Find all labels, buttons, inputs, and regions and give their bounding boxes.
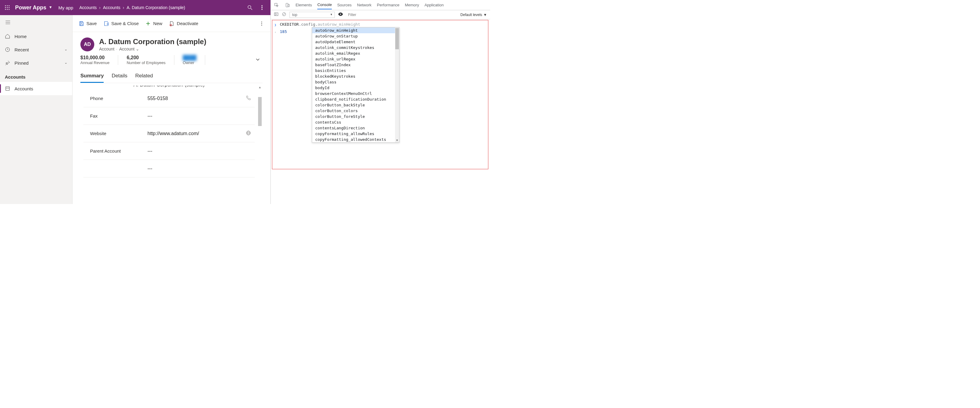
tab-summary[interactable]: Summary	[80, 71, 103, 83]
devtools-tab-sources[interactable]: Sources	[337, 1, 352, 9]
form-selector[interactable]: Account ⌄	[119, 46, 139, 51]
deactivate-button[interactable]: Deactivate	[169, 21, 198, 26]
autocomplete-option[interactable]: bodyClass	[312, 79, 399, 85]
autocomplete-option[interactable]: clipboard_notificationDuration	[312, 96, 399, 102]
svg-point-27	[261, 23, 262, 24]
svg-point-39	[340, 14, 342, 15]
autocomplete-option[interactable]: bodyId	[312, 85, 399, 91]
devtools-tab-memory[interactable]: Memory	[405, 1, 419, 9]
autocomplete-option[interactable]: autoGrow_onStartup	[312, 33, 399, 39]
tab-details[interactable]: Details	[111, 71, 127, 83]
autocomplete-option[interactable]: autoUpdateElement	[312, 39, 399, 45]
scroll-down-icon[interactable]: ▼	[395, 138, 399, 142]
console-filter-input[interactable]	[346, 12, 389, 18]
sidebar-item-recent[interactable]: Recent ⌄	[0, 43, 72, 56]
chevron-right-icon: ›	[123, 5, 124, 10]
svg-rect-18	[6, 87, 10, 90]
save-button[interactable]: Save	[79, 21, 97, 26]
scroll-up-icon[interactable]: ▲	[258, 85, 262, 89]
autocomplete-option[interactable]: baseFloatZIndex	[312, 62, 399, 68]
autocomplete-option[interactable]: browserContextMenuOnCtrl	[312, 91, 399, 96]
autocomplete-option[interactable]: autolink_emailRegex	[312, 51, 399, 56]
toggle-sidebar-icon[interactable]	[274, 12, 278, 18]
stat-employees[interactable]: 6,200 Number of Employees	[127, 55, 174, 65]
phone-icon[interactable]	[246, 95, 252, 102]
search-icon[interactable]	[244, 2, 256, 14]
svg-point-3	[5, 7, 6, 8]
cmd-label: Save	[86, 21, 97, 26]
autocomplete-option[interactable]: contentsCss	[312, 120, 399, 125]
breadcrumb-item[interactable]: Accounts	[103, 5, 121, 10]
field-label: Website	[90, 131, 148, 136]
autocomplete-scrollbar[interactable]: ▼	[395, 27, 399, 142]
autocomplete-option[interactable]: colorButton_backStyle	[312, 102, 399, 108]
globe-icon[interactable]	[246, 130, 252, 137]
console-output[interactable]: ❯ CKEDITOR.config.autoGrow_minHeight ‹ 1…	[271, 19, 490, 204]
breadcrumb-item[interactable]: Accounts	[79, 5, 97, 10]
product-brand[interactable]: Power Apps ▼	[15, 5, 52, 11]
field-fax[interactable]: Fax ---	[83, 107, 255, 125]
devtools-tab-performance[interactable]: Performance	[377, 1, 399, 9]
live-expression-icon[interactable]	[338, 11, 343, 18]
devtools-tab-network[interactable]: Network	[357, 1, 372, 9]
field-website[interactable]: Website http://www.adatum.com/	[83, 125, 255, 142]
save-and-close-button[interactable]: Save & Close	[103, 21, 139, 26]
sidebar-item-home[interactable]: Home	[0, 30, 72, 43]
chevron-down-icon: ⌄	[64, 61, 67, 65]
autocomplete-option[interactable]: autoGrow_minHeight	[312, 27, 399, 33]
stat-owner[interactable]: ████ Owner	[183, 55, 205, 65]
sidebar-item-accounts[interactable]: Accounts	[0, 82, 72, 95]
inspect-element-icon[interactable]	[274, 2, 279, 8]
sidebar: Home Recent ⌄ Pinned ⌄ Accounts Accounts	[0, 15, 73, 204]
sidebar-item-pinned[interactable]: Pinned ⌄	[0, 56, 72, 70]
code-token-ghost: autoGrow_minHeight	[318, 22, 360, 27]
autocomplete-option[interactable]: autolink_urlRegex	[312, 56, 399, 62]
clear-console-icon[interactable]	[282, 12, 286, 18]
autocomplete-option[interactable]: autolink_commitKeystrokes	[312, 45, 399, 51]
console-toolbar: top Default levels ▼	[271, 10, 490, 19]
return-value: 185	[280, 29, 287, 35]
expand-header-button[interactable]	[255, 56, 261, 64]
devtools-tab-application[interactable]: Application	[425, 1, 444, 9]
field-parent-account[interactable]: Parent Account ---	[83, 142, 255, 160]
sidebar-toggle[interactable]	[0, 15, 72, 30]
scroll-thumb[interactable]	[395, 28, 399, 49]
svg-point-11	[262, 5, 262, 6]
field-label: Phone	[90, 96, 148, 101]
autocomplete-option[interactable]: colorButton_foreStyle	[312, 114, 399, 120]
stat-annual-revenue[interactable]: $10,000.00 Annual Revenue	[80, 55, 118, 65]
more-commands-button[interactable]	[259, 21, 264, 26]
record-header: AD A. Datum Corporation (sample) Account…	[73, 32, 270, 183]
field-value: ---	[148, 148, 246, 154]
app-launcher-icon[interactable]	[2, 3, 12, 13]
context-selector[interactable]: top	[290, 12, 335, 18]
svg-point-0	[5, 5, 6, 6]
device-toggle-icon[interactable]	[285, 2, 290, 8]
breadcrumb-item[interactable]: A. Datum Corporation (sample)	[127, 5, 185, 10]
devtools-tab-elements[interactable]: Elements	[296, 1, 312, 9]
devtools-tab-console[interactable]: Console	[317, 1, 332, 10]
autocomplete-option[interactable]: copyFormatting_allowRules	[312, 131, 399, 137]
new-button[interactable]: New	[145, 21, 162, 26]
form-scrollbar[interactable]: ▲	[258, 85, 262, 181]
autocomplete-option[interactable]: contentsLangDirection	[312, 125, 399, 131]
app-name[interactable]: My app	[58, 5, 73, 10]
scroll-thumb[interactable]	[258, 97, 262, 126]
autocomplete-option[interactable]: basicEntities	[312, 68, 399, 73]
svg-point-12	[262, 7, 262, 8]
code-token-object: CKEDITOR	[280, 22, 299, 27]
field-label: Parent Account	[90, 148, 148, 153]
log-levels-selector[interactable]: Default levels ▼	[461, 13, 487, 17]
stat-value: ████	[183, 55, 196, 61]
svg-rect-35	[274, 13, 278, 15]
tab-related[interactable]: Related	[135, 71, 153, 83]
field-phone[interactable]: Phone 555-0158	[83, 90, 255, 107]
more-vertical-icon[interactable]	[256, 2, 268, 14]
avatar: AD	[80, 37, 94, 51]
autocomplete-option[interactable]: copyFormatting_allowedContexts	[312, 137, 399, 142]
field-ticker-symbol[interactable]: ---	[83, 160, 255, 177]
svg-rect-21	[80, 24, 82, 26]
entity-label: Account	[99, 46, 115, 51]
autocomplete-option[interactable]: colorButton_colors	[312, 108, 399, 114]
autocomplete-option[interactable]: blockedKeystrokes	[312, 73, 399, 79]
